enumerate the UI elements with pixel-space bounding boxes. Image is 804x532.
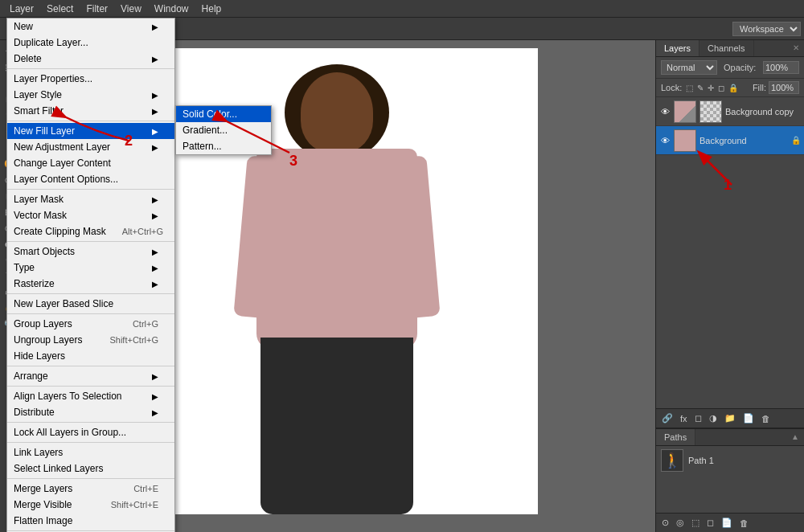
menu-sep-3 [7, 189, 174, 190]
menu-item-arrange[interactable]: Arrange ▶ [7, 368, 174, 384]
menu-item-lock-all-layers-label: Lock All Layers in Group... [14, 427, 126, 438]
paths-panel-collapse[interactable]: ▲ [786, 429, 804, 445]
layer-mask-thumb-background-copy [699, 100, 722, 123]
layer-lock-background: 🔒 [791, 136, 801, 145]
layer-item-background-copy[interactable]: 👁 Background copy [656, 97, 804, 126]
menu-item-delete[interactable]: Delete ▶ [7, 51, 174, 67]
lock-artboard-btn[interactable]: ◻ [717, 83, 725, 93]
path-item-1[interactable]: 🚶 Path 1 [656, 446, 804, 475]
menu-item-vector-mask-arrow: ▶ [152, 211, 158, 220]
menu-select[interactable]: Select [40, 2, 80, 16]
menu-item-distribute-arrow: ▶ [152, 408, 158, 417]
menu-item-new-fill-layer[interactable]: New Fill Layer ▶ [7, 123, 174, 139]
layer-name-background-copy: Background copy [725, 107, 801, 117]
menu-item-layer-content-options[interactable]: Layer Content Options... [7, 171, 174, 187]
paths-panel-tabs: Paths ▲ [656, 429, 804, 446]
menu-sep-5 [7, 293, 174, 294]
menu-layer[interactable]: Layer [3, 2, 40, 16]
menu-item-flatten-image[interactable]: Flatten Image [7, 513, 174, 529]
menu-item-hide-layers[interactable]: Hide Layers [7, 348, 174, 364]
opacity-input[interactable] [763, 61, 799, 74]
menu-item-ungroup-layers[interactable]: Ungroup Layers Shift+Ctrl+G [7, 332, 174, 348]
menu-item-select-linked-layers[interactable]: Select Linked Layers [7, 460, 174, 477]
menu-view[interactable]: View [114, 2, 148, 16]
menu-bar: Layer Select Filter View Window Help [0, 0, 804, 18]
layers-fx-btn[interactable]: fx [678, 412, 690, 425]
menu-item-new[interactable]: New ▶ [7, 18, 174, 35]
menu-sep-2 [7, 121, 174, 121]
layers-adj-btn[interactable]: ◑ [707, 411, 720, 425]
menu-item-layer-props[interactable]: Layer Properties... [7, 71, 174, 87]
right-panel: Layers Channels ✕ Normal Opacity: Lock: … [655, 40, 804, 532]
menu-help[interactable]: Help [195, 2, 228, 16]
menu-item-change-layer-content[interactable]: Change Layer Content [7, 155, 174, 171]
menu-item-layer-style[interactable]: Layer Style ▶ [7, 87, 174, 103]
path-thumb-icon: 🚶 [663, 452, 681, 469]
menu-item-align-layers-arrow: ▶ [152, 392, 158, 401]
menu-item-merge-visible[interactable]: Merge Visible Shift+Ctrl+E [7, 497, 174, 513]
paths-fill-btn[interactable]: ⊙ [659, 516, 671, 530]
menu-item-align-layers[interactable]: Align Layers To Selection ▶ [7, 388, 174, 404]
menu-item-link-layers[interactable]: Link Layers [7, 444, 174, 460]
menu-item-layer-mask-label: Layer Mask [14, 194, 64, 205]
lock-row: Lock: ⬚ ✎ ✛ ◻ 🔒 Fill: [656, 79, 804, 97]
submenu-item-solid-color[interactable]: Solid Color... [176, 106, 271, 122]
lock-position-btn[interactable]: ✛ [707, 83, 715, 93]
menu-item-smart-objects[interactable]: Smart Objects ▶ [7, 243, 174, 260]
tab-layers[interactable]: Layers [656, 40, 699, 56]
lock-transparent-btn[interactable]: ⬚ [685, 83, 694, 93]
paths-load-btn[interactable]: ⬚ [689, 516, 702, 530]
paths-delete-btn[interactable]: 🗑 [737, 517, 751, 530]
menu-item-vector-mask[interactable]: Vector Mask ▶ [7, 207, 174, 223]
submenu-item-pattern[interactable]: Pattern... [176, 138, 271, 154]
layer-item-background[interactable]: 👁 Background 🔒 [656, 126, 804, 155]
fill-input[interactable] [769, 81, 799, 94]
menu-window[interactable]: Window [148, 2, 195, 16]
menu-item-new-adj-layer[interactable]: New Adjustment Layer ▶ [7, 139, 174, 155]
menu-item-merge-layers[interactable]: Merge Layers Ctrl+E [7, 481, 174, 497]
menu-item-delete-arrow: ▶ [152, 55, 158, 63]
menu-item-type[interactable]: Type ▶ [7, 260, 174, 276]
layer-name-background: Background [699, 136, 788, 145]
menu-item-duplicate[interactable]: Duplicate Layer... [7, 35, 174, 51]
lock-icons: ⬚ ✎ ✛ ◻ 🔒 [685, 83, 739, 93]
menu-item-layer-mask[interactable]: Layer Mask ▶ [7, 191, 174, 207]
layers-panel-close[interactable]: ✕ [788, 40, 804, 56]
layer-eye-background[interactable]: 👁 [659, 135, 671, 146]
menu-filter[interactable]: Filter [80, 2, 114, 16]
menu-item-smart-filter[interactable]: Smart Filter ▶ [7, 103, 174, 119]
tab-paths[interactable]: Paths [656, 429, 695, 445]
layers-link-btn[interactable]: 🔗 [659, 411, 675, 425]
blend-mode-select[interactable]: Normal [661, 60, 717, 75]
menu-item-group-layers[interactable]: Group Layers Ctrl+G [7, 316, 174, 332]
layers-group-btn[interactable]: 📁 [722, 411, 738, 425]
menu-item-vector-mask-label: Vector Mask [14, 210, 67, 221]
layer-eye-background-copy[interactable]: 👁 [659, 106, 671, 117]
menu-item-smart-filter-label: Smart Filter [14, 105, 64, 117]
menu-item-distribute-label: Distribute [14, 407, 55, 418]
menu-item-create-clipping-mask[interactable]: Create Clipping Mask Alt+Ctrl+G [7, 223, 174, 239]
menu-item-rasterize[interactable]: Rasterize ▶ [7, 276, 174, 292]
menu-item-new-arrow: ▶ [152, 23, 158, 31]
menu-item-merge-layers-shortcut: Ctrl+E [133, 484, 158, 493]
lock-all-btn[interactable]: 🔒 [728, 83, 739, 93]
paths-panel: Paths ▲ 🚶 Path 1 ⊙ ◎ ⬚ ◻ 📄 🗑 [656, 428, 804, 532]
paths-stroke-btn[interactable]: ◎ [674, 516, 687, 530]
menu-item-layer-content-options-label: Layer Content Options... [14, 174, 118, 185]
layers-delete-btn[interactable]: 🗑 [759, 412, 773, 425]
layers-new-btn[interactable]: 📄 [740, 411, 757, 425]
submenu-item-gradient[interactable]: Gradient... [176, 122, 271, 138]
tab-channels[interactable]: Channels [699, 40, 753, 56]
workspace-selector[interactable]: Workspace [732, 22, 801, 36]
lock-image-btn[interactable]: ✎ [696, 83, 704, 93]
menu-item-new-layer-based-slice[interactable]: New Layer Based Slice [7, 296, 174, 312]
menu-item-distribute[interactable]: Distribute ▶ [7, 404, 174, 420]
menu-item-rasterize-label: Rasterize [14, 278, 55, 289]
paths-new-btn[interactable]: 📄 [719, 516, 735, 530]
menu-item-lock-all-layers[interactable]: Lock All Layers in Group... [7, 424, 174, 440]
paths-mask-btn[interactable]: ◻ [704, 516, 716, 530]
layers-mask-btn[interactable]: ◻ [692, 411, 704, 425]
opacity-label: Opacity: [724, 63, 756, 72]
fill-label: Fill: [753, 83, 766, 92]
menu-item-group-layers-label: Group Layers [14, 318, 72, 329]
